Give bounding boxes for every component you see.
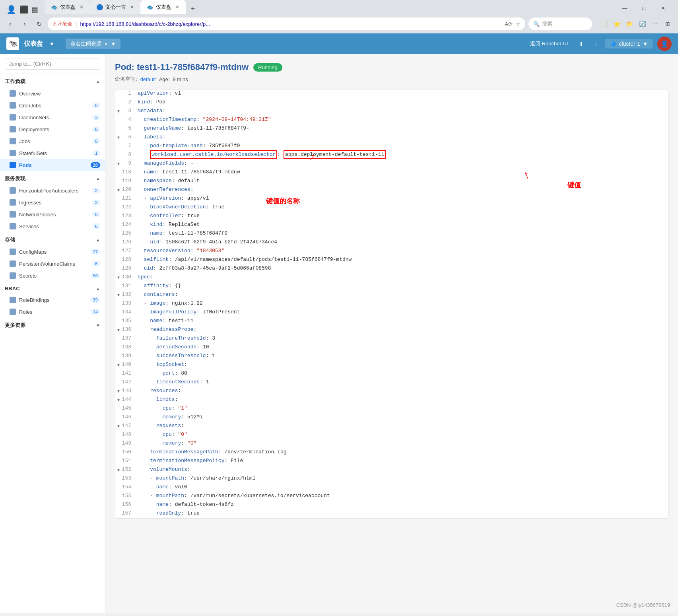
- close-button[interactable]: ✕: [654, 2, 672, 14]
- page-title: Pod: test1-11-785f6847f9-mtdnw: [115, 62, 249, 72]
- sidebar-section-header-workloads[interactable]: 工作负载 ▲: [0, 74, 105, 87]
- bookmark-icon[interactable]: ☆: [516, 21, 521, 27]
- rolebindings-icon: [10, 297, 16, 303]
- roles-badge: 14: [91, 309, 100, 315]
- user-avatar[interactable]: 👤: [657, 37, 672, 51]
- sidebar-item-pvc[interactable]: PersistentVolumeClaims 6: [0, 258, 105, 270]
- sidebar-item-daemonsets[interactable]: DaemonSets 3: [0, 111, 105, 123]
- tab-1[interactable]: 🐟 仪表盘 ✕: [45, 0, 90, 14]
- code-line-121: 121 - apiVersion: apps/v1: [115, 194, 668, 203]
- networkpolicies-label: NetworkPolicies: [19, 212, 56, 218]
- statefulsets-label: StatefulSets: [19, 150, 47, 156]
- code-line-123: 123 controller: true: [115, 212, 668, 221]
- code-line-152: ▼ 152 volumeMounts:: [115, 466, 668, 474]
- back-rancher-button[interactable]: 返回 Rancher UI: [527, 39, 571, 49]
- sidebar-item-ingresses[interactable]: Ingresses 2: [0, 196, 105, 208]
- sidebar-item-rolebindings[interactable]: RoleBindings 39: [0, 294, 105, 306]
- maximize-button[interactable]: □: [635, 2, 653, 14]
- code-line-127: 127 resourceVersion: "1043058": [115, 247, 668, 256]
- more-section-label: 更多资源: [5, 322, 25, 329]
- sidebar-item-jobs[interactable]: Jobs 0: [0, 135, 105, 147]
- pods-badge: 28: [91, 162, 100, 168]
- search-box[interactable]: 🔍 搜索: [528, 17, 592, 30]
- sidebar-item-roles[interactable]: Roles 14: [0, 306, 105, 318]
- pods-label: Pods: [19, 162, 32, 168]
- sidebar-section-header-storage[interactable]: 存储 ▲: [0, 232, 105, 246]
- sidebar-section-rbac: RBAC ▲ RoleBindings 39 Roles 14: [0, 282, 105, 318]
- sidebar-item-services[interactable]: Services 6: [0, 220, 105, 232]
- namespace-selector[interactable]: 命名空间资源 × ▼: [66, 39, 120, 49]
- sidebar-item-configmaps[interactable]: ConfigMaps 27: [0, 246, 105, 258]
- sidebar-item-hpa[interactable]: HorizontalPodAutoscalers 2: [0, 185, 105, 196]
- back-button[interactable]: ‹: [5, 18, 16, 29]
- services-badge: 6: [92, 223, 100, 229]
- service-discovery-label: 服务发现: [5, 175, 25, 182]
- sidebar-item-secrets[interactable]: Secrets 56: [0, 270, 105, 282]
- tabs-bar: 👤 ⬛ ▤ 🐟 仪表盘 ✕ 🔵 文心一言 ✕ 🐟 仪表盘 ✕ + — □ ✕: [0, 0, 678, 14]
- app-logo: 🐄: [6, 37, 19, 50]
- configmaps-icon: [10, 249, 16, 255]
- storage-chevron: ▲: [96, 237, 100, 242]
- sidebar-section-header-more[interactable]: 更多资源 ▼: [0, 318, 105, 331]
- sidebar-section-header-rbac[interactable]: RBAC ▲: [0, 282, 105, 294]
- tab-2[interactable]: 🔵 文心一言 ✕: [90, 0, 140, 14]
- sidebar-section-workloads: 工作负载 ▲ Overview CronJobs 0 DaemonSets 3 …: [0, 74, 105, 171]
- insecure-badge: ⚠ 不安全: [52, 21, 72, 27]
- code-line-120: ▼ 120 ownerReferences:: [115, 186, 668, 194]
- sidebar-item-cronjobs[interactable]: CronJobs 0: [0, 99, 105, 111]
- roles-label: Roles: [19, 309, 32, 315]
- namespace-link[interactable]: default: [140, 76, 156, 82]
- sidebar-item-networkpolicies[interactable]: NetworkPolicies 0: [0, 208, 105, 220]
- deployments-badge: 8: [92, 126, 100, 132]
- highlight-val-box: apps.deployment-default-test1-11: [284, 150, 386, 159]
- namespace-meta-label: 命名空间:: [115, 76, 137, 83]
- cluster-selector[interactable]: 🔷 cluster-1 ▼: [605, 39, 653, 49]
- code-line-141: 141 port: 80: [115, 369, 668, 378]
- sidebar-item-overview[interactable]: Overview: [0, 87, 105, 99]
- namespace-dropdown-icon[interactable]: ▼: [111, 41, 116, 47]
- more-button[interactable]: ⋯: [649, 18, 661, 29]
- translate-icon[interactable]: A⟳: [505, 21, 513, 27]
- import-button[interactable]: ⤵: [591, 39, 600, 49]
- sidebar-toggle-icon[interactable]: ▤: [31, 5, 38, 14]
- favorites-button[interactable]: ⭐: [611, 18, 622, 29]
- collections-button[interactable]: 📁: [624, 18, 635, 29]
- sidebar-section-header-service-discovery[interactable]: 服务发现 ▲: [0, 171, 105, 185]
- cronjobs-icon: [10, 102, 16, 109]
- address-url-text: https://192.168.168.81/dashboard/c/c-2bh…: [80, 21, 501, 27]
- namespace-close-btn[interactable]: ×: [105, 41, 108, 47]
- extensions-button[interactable]: ⬜: [598, 18, 610, 29]
- cronjobs-badge: 0: [92, 103, 100, 108]
- minimize-button[interactable]: —: [616, 2, 633, 14]
- sidebar-item-statefulsets[interactable]: StatefulSets 1: [0, 147, 105, 159]
- header-title-dropdown[interactable]: ▼: [49, 41, 54, 47]
- new-tab-button[interactable]: +: [187, 3, 198, 14]
- secrets-icon: [10, 272, 16, 279]
- address-input[interactable]: ⚠ 不安全 | https://192.168.168.81/dashboard…: [48, 17, 525, 30]
- sync-button[interactable]: 🔄: [637, 18, 648, 29]
- app-title: 仪表盘: [24, 40, 43, 48]
- separator: |: [76, 21, 77, 27]
- daemonsets-badge: 3: [92, 115, 100, 120]
- upload-button[interactable]: ⬆: [576, 39, 587, 49]
- forward-button[interactable]: ›: [19, 18, 30, 29]
- reload-button[interactable]: ↻: [33, 18, 45, 29]
- sidebar-search-input[interactable]: [5, 58, 100, 70]
- code-line-1: 1 apiVersion: v1: [115, 89, 668, 98]
- overview-label: Overview: [19, 91, 41, 97]
- services-icon: [10, 223, 16, 229]
- daemonsets-icon: [10, 114, 16, 120]
- tab3-close[interactable]: ✕: [175, 4, 179, 10]
- tab2-close[interactable]: ✕: [130, 4, 134, 10]
- sidebar-button[interactable]: ⊞: [662, 18, 673, 29]
- tab1-close[interactable]: ✕: [80, 4, 84, 10]
- annotation-key-label: 键值的名称: [266, 196, 300, 206]
- sidebar-item-deployments[interactable]: Deployments 8: [0, 123, 105, 135]
- deployments-label: Deployments: [19, 126, 49, 132]
- sidebar-item-pods[interactable]: Pods 28: [0, 159, 105, 171]
- tab3-icon: 🐟: [147, 4, 153, 10]
- tab-3[interactable]: 🐟 仪表盘 ✕: [140, 0, 186, 14]
- code-line-8: 8 workload.user.cattle.io/workloadselect…: [115, 151, 668, 159]
- main-layout: 工作负载 ▲ Overview CronJobs 0 DaemonSets 3 …: [0, 54, 678, 613]
- import-icon: ⤵: [594, 41, 597, 47]
